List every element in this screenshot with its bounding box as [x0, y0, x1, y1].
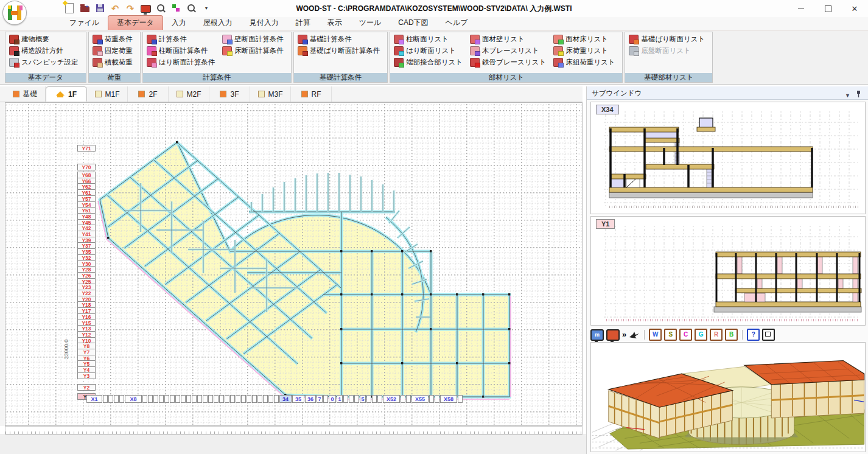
floor-tab-M2F[interactable]: M2F — [169, 86, 209, 102]
expand-chevron-button[interactable]: » — [622, 330, 626, 340]
elevation-drawing-y1 — [591, 217, 865, 325]
ribbon-item-icon — [298, 46, 307, 55]
menu-tab-入力[interactable]: 入力 — [163, 16, 195, 30]
floor-square-icon — [138, 91, 145, 97]
ribbon-item-label: 固定荷重 — [105, 46, 133, 55]
floor-tab-M1F[interactable]: M1F — [87, 86, 128, 102]
ribbon-item-icon — [147, 58, 156, 67]
floor-tab-1F[interactable]: 1F — [46, 86, 87, 102]
bird-tool-icon[interactable] — [629, 330, 640, 340]
chevron-down-icon[interactable]: ▼ — [845, 89, 850, 102]
ribbon-item-icon — [470, 46, 480, 55]
ribbon-item-面材壁リスト[interactable]: 面材壁リスト — [467, 33, 548, 45]
ribbon-item-icon — [147, 46, 156, 55]
layer-button-B[interactable]: B — [725, 329, 738, 341]
menu-tab-ツール[interactable]: ツール — [351, 16, 390, 30]
x-axis-label-blank — [354, 395, 359, 403]
menu-tab-ヘルプ[interactable]: ヘルプ — [437, 16, 477, 30]
app-logo-icon[interactable] — [2, 1, 27, 25]
menu-tab-見付入力[interactable]: 見付入力 — [241, 16, 287, 30]
x-axis-label-blank — [458, 395, 463, 403]
ribbon-item-積載荷重[interactable]: 積載荷重 — [90, 57, 135, 68]
x-axis-label-blank — [366, 395, 371, 403]
ribbon-item-label: 計算条件 — [159, 35, 187, 44]
ribbon-item-基礎計算条件[interactable]: 基礎計算条件 — [295, 33, 383, 45]
x-axis-label-blank — [108, 395, 113, 403]
sub-window-panel: サブウインドウ ▼ X34 — [586, 86, 868, 454]
floor-plan-canvas[interactable]: Y71Y70Y68Y66Y62Y61Y57Y54Y51Y48Y45Y42Y41Y… — [5, 102, 583, 426]
ribbon-group-計算条件: 計算条件柱断面計算条件はり断面計算条件壁断面計算条件床断面計算条件計算条件 — [142, 32, 292, 83]
layer-button-W[interactable]: W — [649, 329, 662, 341]
ribbon-item-壁断面計算条件[interactable]: 壁断面計算条件 — [220, 33, 286, 45]
ribbon-item-木ブレースリスト[interactable]: 木ブレースリスト — [467, 45, 548, 57]
ribbon-item-はり断面計算条件[interactable]: はり断面計算条件 — [144, 57, 218, 68]
ribbon-item-床断面計算条件[interactable]: 床断面計算条件 — [220, 45, 286, 57]
y-axis-label-Y2: Y2 — [77, 384, 96, 391]
x-axis-label-blank — [406, 395, 411, 403]
help-button[interactable]: ? — [747, 329, 760, 341]
x-axis-label-blank — [208, 395, 213, 403]
menu-tab-ファイル[interactable]: ファイル — [61, 16, 108, 30]
ribbon-item-label: 壁断面計算条件 — [234, 35, 284, 44]
elevation-label-y1: Y1 — [596, 219, 615, 229]
menu-tab-計算[interactable]: 計算 — [287, 16, 319, 30]
elevation-view-y1[interactable]: Y1 — [590, 216, 866, 326]
ribbon-item-床荷重リスト[interactable]: 床荷重リスト — [551, 45, 617, 57]
monitor-m-button[interactable]: m — [590, 329, 604, 341]
minimize-button[interactable] — [788, 0, 814, 17]
ribbon-item-構造設計方針[interactable]: 構造設計方針 — [7, 45, 81, 57]
layer-button-G[interactable]: G — [695, 329, 707, 341]
floor-square-icon — [177, 91, 183, 97]
ribbon-item-はり断面リスト[interactable]: はり断面リスト — [391, 45, 465, 57]
close-button[interactable]: ✕ — [841, 0, 868, 17]
ribbon-item-建物概要[interactable]: 建物概要 — [7, 33, 81, 45]
menu-tab-屋根入力[interactable]: 屋根入力 — [195, 16, 241, 30]
x-axis-label-34: 34 — [279, 395, 292, 403]
window-mode-button[interactable] — [762, 329, 775, 341]
floor-tab-基礎[interactable]: 基礎 — [5, 86, 46, 102]
elevation-view-x34[interactable]: X34 — [590, 102, 866, 214]
x-axis-label-blank — [170, 395, 175, 403]
x-axis-label-36: 36 — [305, 395, 316, 403]
ribbon-item-基礎ばり断面計算条件[interactable]: 基礎ばり断面計算条件 — [295, 45, 383, 57]
maximize-button[interactable] — [814, 0, 841, 17]
layer-button-S[interactable]: S — [664, 329, 677, 341]
ribbon-item-固定荷重[interactable]: 固定荷重 — [90, 45, 135, 57]
ribbon-item-icon — [394, 46, 404, 55]
x-axis-label-blank — [192, 395, 197, 403]
floor-tab-M3F[interactable]: M3F — [250, 86, 291, 102]
monitor-red-button[interactable] — [606, 329, 620, 341]
menu-tab-基本データ[interactable]: 基本データ — [108, 15, 163, 30]
perspective-3d-view[interactable] — [590, 342, 866, 452]
ribbon-item-鉄骨ブレースリスト[interactable]: 鉄骨ブレースリスト — [467, 57, 548, 68]
layer-letter-buttons: WSCGRB — [649, 329, 738, 341]
x-axis-label-X8: X8 — [125, 395, 142, 403]
pin-icon[interactable] — [856, 89, 861, 102]
ribbon-item-スパンピッチ設定[interactable]: スパンピッチ設定 — [7, 57, 81, 68]
ribbon-item-icon — [629, 46, 639, 55]
x-axis-label-blank — [164, 395, 169, 403]
ribbon-group-基本データ: 建物概要構造設計方針スパンピッチ設定基本データ — [5, 32, 86, 83]
ribbon-item-床組荷重リスト[interactable]: 床組荷重リスト — [551, 57, 617, 68]
ribbon-item-icon — [553, 35, 563, 44]
horizontal-scrollbar[interactable] — [5, 426, 583, 435]
sub-window-toolbar: m » WSCGRB ? — [590, 327, 866, 342]
x-axis-label-blank — [219, 395, 224, 403]
ribbon-item-柱断面計算条件[interactable]: 柱断面計算条件 — [144, 45, 218, 57]
ribbon-item-荷重条件[interactable]: 荷重条件 — [90, 33, 135, 45]
floor-tab-RF[interactable]: RF — [291, 86, 332, 102]
menu-tab-表示[interactable]: 表示 — [319, 16, 351, 30]
layer-button-C[interactable]: C — [679, 329, 692, 341]
ribbon-item-端部接合部リスト[interactable]: 端部接合部リスト — [391, 57, 465, 68]
ribbon-item-計算条件[interactable]: 計算条件 — [144, 33, 218, 45]
ribbon-item-基礎ばり断面リスト[interactable]: 基礎ばり断面リスト — [626, 33, 707, 45]
ribbon-item-面材床リスト[interactable]: 面材床リスト — [551, 33, 617, 45]
floor-tab-2F[interactable]: 2F — [128, 86, 169, 102]
ribbon-item-柱断面リスト[interactable]: 柱断面リスト — [391, 33, 465, 45]
x-axis-label-blank — [203, 395, 208, 403]
menu-tab-CAD下図[interactable]: CAD下図 — [390, 16, 436, 30]
floor-tab-3F[interactable]: 3F — [209, 86, 250, 102]
layer-button-R[interactable]: R — [710, 329, 723, 341]
sub-window-title: サブウインドウ — [592, 89, 642, 97]
ribbon-group-基礎部材リスト: 基礎ばり断面リスト底盤断面リスト基礎部材リスト — [625, 32, 713, 83]
